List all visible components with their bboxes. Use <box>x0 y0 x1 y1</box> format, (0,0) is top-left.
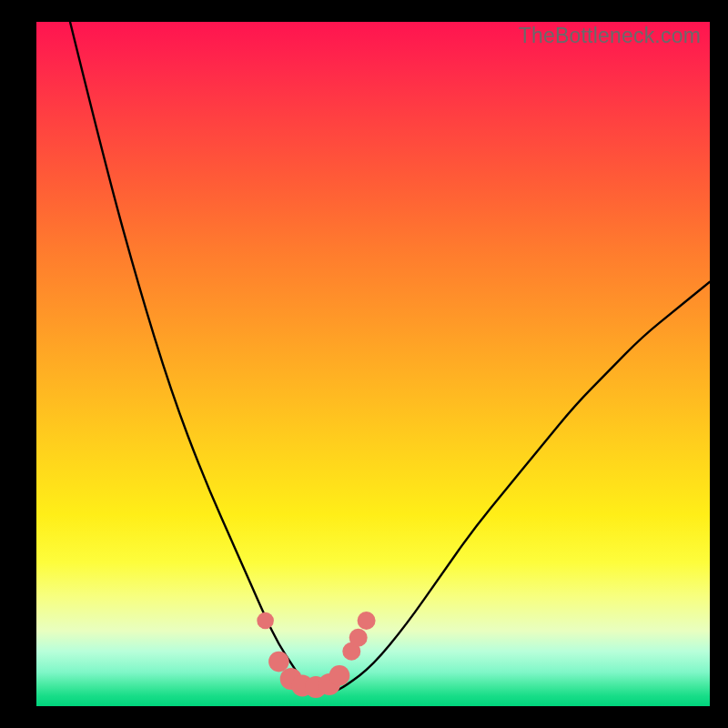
marker-group <box>257 612 375 698</box>
marker-dot <box>268 652 289 672</box>
marker-dot <box>329 665 350 686</box>
plot-area: TheBottleneck.com <box>36 22 710 706</box>
marker-dot <box>257 612 274 630</box>
chart-frame: TheBottleneck.com <box>0 0 728 728</box>
curve-layer <box>36 22 710 706</box>
bottleneck-curve-path <box>70 22 710 693</box>
marker-dot <box>349 629 368 647</box>
marker-dot <box>358 612 376 630</box>
